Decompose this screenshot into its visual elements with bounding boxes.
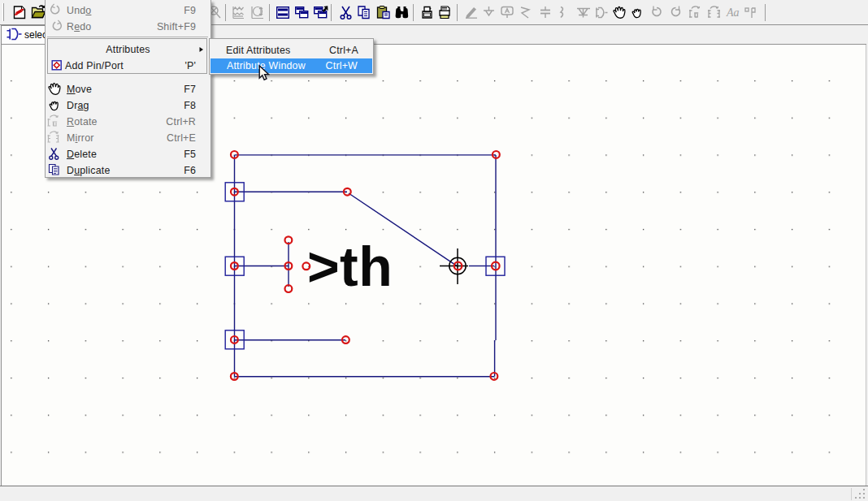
svg-text:>th: >th [307,235,393,297]
svg-text:Aa: Aa [726,6,740,19]
